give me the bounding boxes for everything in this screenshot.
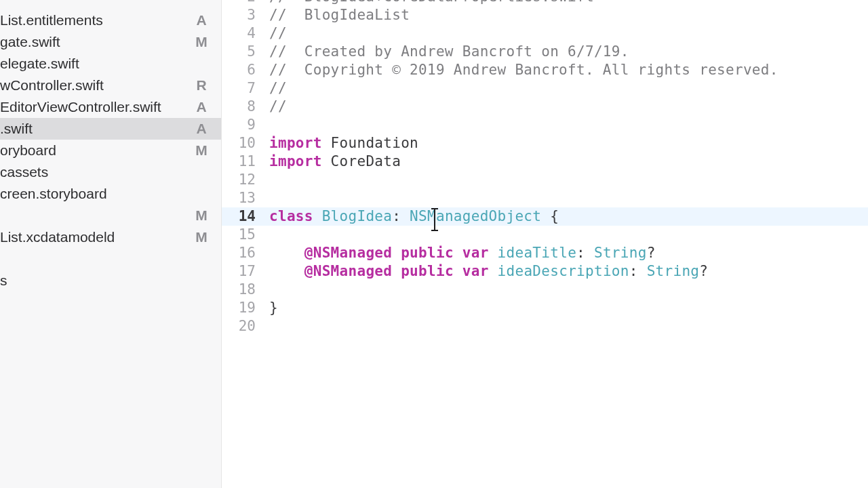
line-number: 5 [222,43,269,61]
file-row[interactable]: elegate.swift [0,53,221,75]
line-number: 18 [222,281,269,299]
token: // Copyright © 2019 Andrew Bancroft. All… [269,62,778,78]
line-number: 17 [222,262,269,281]
code-line[interactable]: 9 [222,116,868,134]
token [392,263,401,279]
vcs-status-badge: A [194,99,209,115]
token: var [462,263,489,279]
file-row[interactable]: creen.storyboard [0,183,221,205]
code-line[interactable]: 3// BlogIdeaList [222,6,868,24]
file-row[interactable]: M [0,205,221,226]
file-row[interactable]: List.entitlementsA [0,9,221,31]
token: { [541,208,559,224]
token [489,245,498,261]
file-name: EditorViewController.swift [0,99,161,115]
line-number: 7 [222,79,269,98]
code-content[interactable]: class BlogIdea: NSManagedObject { [269,207,559,226]
code-content[interactable]: // [269,98,287,116]
file-row[interactable]: oryboardM [0,140,221,161]
vcs-status-badge: A [194,12,209,28]
line-number: 6 [222,61,269,79]
line-number: 3 [222,6,269,24]
code-content[interactable]: // BlogIdea+CoreDataProperties.swift [269,0,594,6]
code-content[interactable]: // [269,24,287,43]
file-row[interactable]: EditorViewController.swiftA [0,96,221,118]
code-line[interactable]: 6// Copyright © 2019 Andrew Bancroft. Al… [222,61,868,79]
token: ? [699,263,708,279]
code-content[interactable]: import CoreData [269,152,401,171]
token: : [576,245,594,261]
line-number: 11 [222,152,269,171]
token: // [269,25,287,41]
code-line[interactable]: 4// [222,24,868,43]
line-number: 8 [222,98,269,116]
token [269,245,304,261]
file-name: elegate.swift [0,56,79,72]
code-line[interactable]: 10import Foundation [222,134,868,152]
window-root: List.entitlementsAgate.swiftMelegate.swi… [0,0,868,488]
file-row[interactable]: wController.swiftR [0,75,221,96]
code-content[interactable]: // Copyright © 2019 Andrew Bancroft. All… [269,61,778,79]
code-content[interactable]: import Foundation [269,134,418,152]
code-line[interactable]: 13 [222,189,868,207]
code-line[interactable]: 14class BlogIdea: NSManagedObject { [222,207,868,226]
code-line[interactable]: 11import CoreData [222,152,868,171]
line-number: 12 [222,171,269,189]
code-content[interactable]: @NSManaged public var ideaTitle: String? [269,244,656,262]
file-row[interactable]: cassets [0,161,221,183]
code-content[interactable]: // [269,79,287,98]
file-name: cassets [0,164,48,180]
code-line[interactable]: 16 @NSManaged public var ideaTitle: Stri… [222,244,868,262]
file-name: List.entitlements [0,12,103,28]
code-line[interactable]: 8// [222,98,868,116]
code-line[interactable]: 12 [222,171,868,189]
vcs-status-badge: A [194,121,209,137]
code-line[interactable]: 2// BlogIdea+CoreDataProperties.swift [222,0,868,6]
code-line[interactable]: 15 [222,226,868,244]
file-row[interactable]: gate.swiftM [0,31,221,53]
line-number: 15 [222,226,269,244]
token: String [594,245,647,261]
code-content[interactable]: // Created by Andrew Bancroft on 6/7/19. [269,43,629,61]
code-line[interactable]: 5// Created by Andrew Bancroft on 6/7/19… [222,43,868,61]
token: : [392,208,410,224]
code-editor[interactable]: 2// BlogIdea+CoreDataProperties.swift3//… [222,0,868,488]
token: ideaDescription [498,263,629,279]
line-number: 10 [222,134,269,152]
token: ? [647,245,656,261]
code-content[interactable]: @NSManaged public var ideaDescription: S… [269,262,708,281]
vcs-status-badge: R [194,77,209,94]
file-row[interactable]: List.xcdatamodeldM [0,226,221,248]
token: } [269,300,278,316]
code-content[interactable]: } [269,299,278,317]
vcs-status-badge: M [194,229,209,245]
file-row[interactable]: .swiftA [0,118,221,140]
line-number: 9 [222,116,269,134]
line-number: 13 [222,189,269,207]
code-line[interactable]: 7// [222,79,868,98]
token: class [269,208,313,224]
file-navigator[interactable]: List.entitlementsAgate.swiftMelegate.swi… [0,0,222,488]
token: @NSManaged [304,263,392,279]
code-line[interactable]: 20 [222,317,868,336]
code-line[interactable]: 18 [222,281,868,299]
token [392,245,401,261]
token: // BlogIdeaList [269,7,410,23]
token: import [269,135,322,151]
file-row[interactable] [0,248,221,270]
line-number: 2 [222,0,269,6]
file-row[interactable]: s [0,270,221,291]
vcs-status-badge: M [194,142,209,159]
token: Foundation [322,135,418,151]
token [454,263,462,279]
token: public [401,263,454,279]
file-name: wController.swift [0,77,104,94]
token: NSManagedObject [410,208,541,224]
code-line[interactable]: 19} [222,299,868,317]
code-line[interactable]: 17 @NSManaged public var ideaDescription… [222,262,868,281]
code-content[interactable]: // BlogIdeaList [269,6,410,24]
token: var [462,245,489,261]
file-name: creen.storyboard [0,186,107,202]
vcs-status-badge: M [194,207,209,224]
file-name: oryboard [0,142,56,159]
